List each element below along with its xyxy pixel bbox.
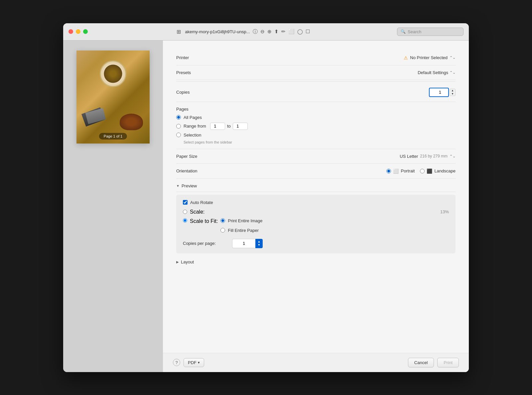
selection-radio[interactable] <box>176 133 181 137</box>
auto-rotate-row: Auto Rotate <box>183 200 449 205</box>
portrait-label[interactable]: Portrait <box>401 168 415 173</box>
close-button[interactable] <box>68 29 73 34</box>
copies-per-page-stepper[interactable]: ▲ ▼ <box>255 239 263 248</box>
title-bar: ⊞ akemy-mory-p1xGi8jh9TU-unsp... ⓘ ⊖ ⊕ ⬆… <box>63 23 469 41</box>
paper-size-dimensions: 216 by 279 mm <box>420 154 448 158</box>
paper-size-row: Paper Size US Letter 216 by 279 mm ⌃⌄ <box>176 149 456 164</box>
orientation-label: Orientation <box>176 168 223 173</box>
cancel-button[interactable]: Cancel <box>408 358 434 367</box>
preview-section-body: Auto Rotate Scale: 13% Scale to Fit <box>176 195 456 253</box>
presets-select[interactable]: Default Settings ⌃⌄ <box>418 70 456 75</box>
layout-section-label: Layout <box>181 259 194 264</box>
scale-radio[interactable] <box>183 210 187 214</box>
print-panel: Printer ⚠ No Printer Selected ⌃⌄ Presets <box>163 41 469 372</box>
landscape-label[interactable]: Landscape <box>434 168 456 173</box>
divider-1 <box>176 81 456 82</box>
portrait-icon: ⬜ <box>393 168 399 174</box>
presets-label: Presets <box>176 70 223 75</box>
printer-stepper-icon[interactable]: ⌃⌄ <box>450 55 456 60</box>
portrait-option[interactable]: ⬜ Portrait <box>386 168 415 174</box>
page-preview: Page 1 of 1 <box>76 50 150 144</box>
copies-decrement[interactable]: ▼ <box>450 92 455 96</box>
auto-rotate-text: Auto Rotate <box>190 200 213 205</box>
window-content: Page 1 of 1 Printer ⚠ No Printer Selecte… <box>63 41 469 372</box>
preview-panel: Page 1 of 1 <box>63 41 163 372</box>
landscape-icon: ⬛ <box>427 168 432 174</box>
fill-entire-paper-row: Fill Entire Paper <box>220 228 262 233</box>
printer-label: Printer <box>176 55 223 60</box>
pencil-icon[interactable]: ✏ <box>281 29 286 35</box>
pages-label: Pages <box>176 107 456 112</box>
pdf-button[interactable]: PDF ▾ <box>184 358 204 367</box>
print-button[interactable]: Print <box>437 358 459 367</box>
pdf-label: PDF <box>188 360 197 365</box>
search-bar[interactable]: 🔍 Search <box>397 28 464 36</box>
copies-per-page-row: Copies per page: ▲ ▼ <box>183 239 449 248</box>
scale-label: Scale: <box>190 209 204 215</box>
print-content: Printer ⚠ No Printer Selected ⌃⌄ Presets <box>163 41 469 353</box>
auto-rotate-label[interactable]: Auto Rotate <box>183 200 213 205</box>
range-from-label: Range from <box>184 124 206 129</box>
copies-per-page-input[interactable] <box>232 239 255 248</box>
printer-row: Printer ⚠ No Printer Selected ⌃⌄ <box>176 50 456 65</box>
landscape-option[interactable]: ⬛ Landscape <box>420 168 456 174</box>
scale-to-fit-label: Scale to Fit: <box>190 218 218 224</box>
all-pages-radio[interactable] <box>176 115 181 120</box>
person-icon[interactable]: ◯ <box>297 29 303 35</box>
title-bar-center: ⊞ akemy-mory-p1xGi8jh9TU-unsp... ⓘ ⊖ ⊕ ⬆… <box>88 28 397 35</box>
auto-rotate-checkbox[interactable] <box>183 200 188 205</box>
warning-icon: ⚠ <box>404 55 408 60</box>
share-icon[interactable]: ⬆ <box>274 29 279 35</box>
range-to-input[interactable] <box>233 123 248 130</box>
copies-stepper[interactable]: ▲ ▼ <box>450 89 456 96</box>
zoom-in-icon[interactable]: ⊕ <box>267 29 272 35</box>
page-label: Page 1 of 1 <box>99 133 127 140</box>
coffee-inner <box>104 64 122 83</box>
preview-section-header[interactable]: ▼ Preview <box>176 180 456 192</box>
print-entire-image-label: Print Entire Image <box>228 218 262 223</box>
copies-increment[interactable]: ▲ <box>450 89 455 92</box>
search-icon: 🔍 <box>401 29 406 34</box>
pdf-chevron-icon: ▾ <box>198 360 200 365</box>
paper-size-name: US Letter <box>400 154 418 159</box>
window-title: akemy-mory-p1xGi8jh9TU-unsp... <box>185 29 250 34</box>
copies-input[interactable] <box>429 88 449 97</box>
paper-size-value-container: US Letter 216 by 279 mm ⌃⌄ <box>223 154 456 159</box>
print-footer: ? PDF ▾ Cancel Print <box>163 353 469 372</box>
all-pages-label[interactable]: All Pages <box>184 115 202 120</box>
landscape-radio[interactable] <box>420 169 425 173</box>
zoom-out-icon[interactable]: ⊖ <box>260 29 265 35</box>
minimize-button[interactable] <box>76 29 80 34</box>
copies-value-container: ▲ ▼ <box>223 88 456 97</box>
print-entire-image-radio[interactable] <box>220 218 225 223</box>
range-row: Range from to <box>176 123 456 130</box>
edit-icon[interactable]: ☐ <box>306 29 310 35</box>
crop-icon[interactable]: ⬜ <box>288 29 295 35</box>
range-to-label: to <box>227 124 231 129</box>
paper-size-stepper-icon[interactable]: ⌃⌄ <box>450 154 456 158</box>
preview-image <box>76 50 150 144</box>
search-placeholder: Search <box>408 29 421 34</box>
orientation-section: ⬜ Portrait ⬛ Landscape <box>386 168 456 174</box>
selection-label: Selection <box>184 133 201 138</box>
preview-collapse-arrow: ▼ <box>176 184 180 188</box>
selection-row: Selection <box>176 133 456 138</box>
mac-window: ⊞ akemy-mory-p1xGi8jh9TU-unsp... ⓘ ⊖ ⊕ ⬆… <box>63 23 469 372</box>
info-icon[interactable]: ⓘ <box>253 29 258 35</box>
fill-entire-paper-radio[interactable] <box>220 228 225 233</box>
layout-section-header[interactable]: ▶ Layout <box>176 256 456 268</box>
scale-to-fit-radio[interactable] <box>183 218 187 223</box>
portrait-radio[interactable] <box>386 169 391 173</box>
presets-row: Presets Default Settings ⌃⌄ <box>176 65 456 80</box>
all-pages-row: All Pages <box>176 115 456 120</box>
help-button[interactable]: ? <box>173 359 180 366</box>
maximize-button[interactable] <box>83 29 88 34</box>
presets-value-container: Default Settings ⌃⌄ <box>223 70 456 75</box>
sidebar-toggle-button[interactable]: ⊞ <box>175 28 182 35</box>
copies-per-page-label: Copies per page: <box>183 241 229 246</box>
layout-collapse-arrow: ▶ <box>176 260 179 264</box>
layout-section: ▶ Layout <box>176 256 456 268</box>
range-from-input[interactable] <box>210 123 225 130</box>
scale-to-fit-row: Scale to Fit: Print Entire Image Fill En… <box>183 218 449 236</box>
range-radio[interactable] <box>176 124 181 129</box>
